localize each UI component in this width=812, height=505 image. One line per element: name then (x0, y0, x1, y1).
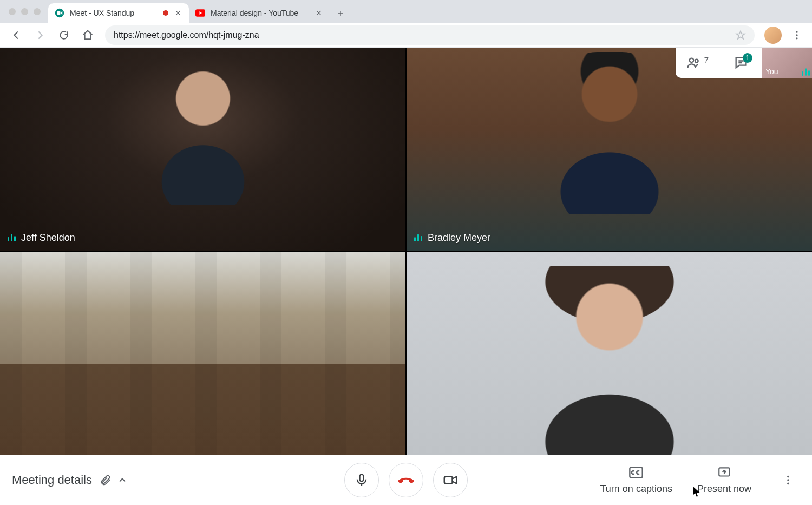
window-traffic-lights (4, 0, 48, 23)
svg-point-4 (796, 34, 797, 36)
self-view-label: You (765, 67, 778, 76)
svg-rect-9 (444, 477, 453, 484)
participant-name-chip: Jeff Sheldon (8, 232, 75, 244)
chat-badge: 1 (743, 53, 752, 63)
attachment-icon (100, 474, 112, 486)
participants-button[interactable]: 7 (676, 48, 719, 78)
forward-button[interactable] (29, 24, 51, 46)
meet-favicon-icon (55, 8, 64, 18)
meeting-details-icons (100, 474, 128, 486)
participant-video-placeholder (407, 252, 812, 456)
camera-button[interactable] (433, 463, 468, 497)
speaking-indicator-icon (8, 234, 16, 241)
window-minimize-button[interactable] (21, 8, 28, 15)
svg-point-12 (787, 476, 789, 478)
captions-label: Turn on captions (600, 483, 672, 495)
tab-title: Material design - YouTube (211, 9, 309, 17)
participant-video-placeholder (0, 48, 405, 251)
self-view-thumbnail[interactable]: You (762, 48, 812, 78)
meet-app: Jeff Sheldon Bradley Meyer 7 1 (0, 48, 812, 505)
participant-video-placeholder (0, 252, 405, 456)
call-controls (344, 463, 468, 497)
present-button[interactable]: Present now (697, 466, 751, 495)
video-tile[interactable]: Bradley Meyer (407, 48, 812, 251)
browser-menu-button[interactable] (787, 25, 807, 45)
url-text: https://meet.google.com/hqt-jmug-zna (114, 30, 259, 40)
profile-avatar-button[interactable] (764, 27, 782, 44)
browser-tabs: Meet - UX Standup ✕ Material design - Yo… (48, 0, 348, 23)
microphone-button[interactable] (344, 463, 379, 497)
participant-video-placeholder (407, 48, 812, 251)
tab-title: Meet - UX Standup (70, 9, 158, 17)
participant-name-chip: Bradley Meyer (414, 232, 490, 244)
speaking-indicator-icon (802, 68, 810, 76)
more-options-button[interactable] (776, 468, 800, 492)
browser-toolbar: https://meet.google.com/hqt-jmug-zna (0, 23, 812, 48)
chevron-up-icon (117, 475, 128, 486)
tab-close-button[interactable]: ✕ (174, 9, 182, 17)
browser-tab-youtube[interactable]: Material design - YouTube ✕ (189, 3, 330, 23)
meet-bottom-bar: Meeting details Turn on captions (0, 455, 812, 505)
recording-indicator-icon (163, 10, 168, 16)
browser-chrome: Meet - UX Standup ✕ Material design - Yo… (0, 0, 812, 48)
svg-rect-8 (360, 475, 364, 482)
participant-name: Jeff Sheldon (21, 232, 75, 244)
svg-point-14 (787, 483, 789, 485)
window-maximize-button[interactable] (34, 8, 41, 15)
captions-icon (628, 466, 644, 479)
browser-tab-meet[interactable]: Meet - UX Standup ✕ (48, 3, 189, 23)
present-icon (717, 466, 731, 479)
participants-count: 7 (704, 55, 709, 64)
svg-rect-1 (57, 11, 61, 15)
back-button[interactable] (5, 24, 27, 46)
present-label: Present now (697, 483, 751, 495)
svg-point-7 (695, 60, 698, 63)
window-close-button[interactable] (9, 8, 16, 15)
captions-button[interactable]: Turn on captions (600, 466, 672, 495)
chat-button[interactable]: 1 (719, 48, 762, 78)
hangup-button[interactable] (389, 463, 423, 497)
meet-pill-group: 7 1 (676, 48, 762, 78)
reload-button[interactable] (53, 24, 75, 46)
svg-point-6 (690, 58, 693, 62)
svg-point-3 (796, 31, 797, 32)
svg-point-13 (787, 479, 789, 481)
right-actions: Turn on captions Present now (600, 466, 800, 495)
home-button[interactable] (77, 24, 99, 46)
address-bar[interactable]: https://meet.google.com/hqt-jmug-zna (105, 25, 755, 45)
meeting-details-label: Meeting details (12, 473, 92, 487)
bookmark-star-icon[interactable] (735, 30, 746, 41)
youtube-favicon-icon (195, 8, 205, 18)
tab-close-button[interactable]: ✕ (315, 9, 323, 17)
speaking-indicator-icon (414, 234, 422, 241)
meeting-details-button[interactable]: Meeting details (12, 473, 128, 487)
video-grid: Jeff Sheldon Bradley Meyer (0, 48, 812, 455)
more-vertical-icon (782, 474, 794, 486)
video-tile[interactable] (0, 252, 405, 456)
meet-top-controls: 7 1 You (676, 48, 812, 78)
svg-point-5 (796, 37, 797, 39)
video-tile[interactable]: Jeff Sheldon (0, 48, 405, 251)
video-tile[interactable] (407, 252, 812, 456)
participant-name: Bradley Meyer (428, 232, 490, 244)
new-tab-button[interactable]: ＋ (333, 5, 348, 21)
window-title-bar: Meet - UX Standup ✕ Material design - Yo… (0, 0, 812, 23)
